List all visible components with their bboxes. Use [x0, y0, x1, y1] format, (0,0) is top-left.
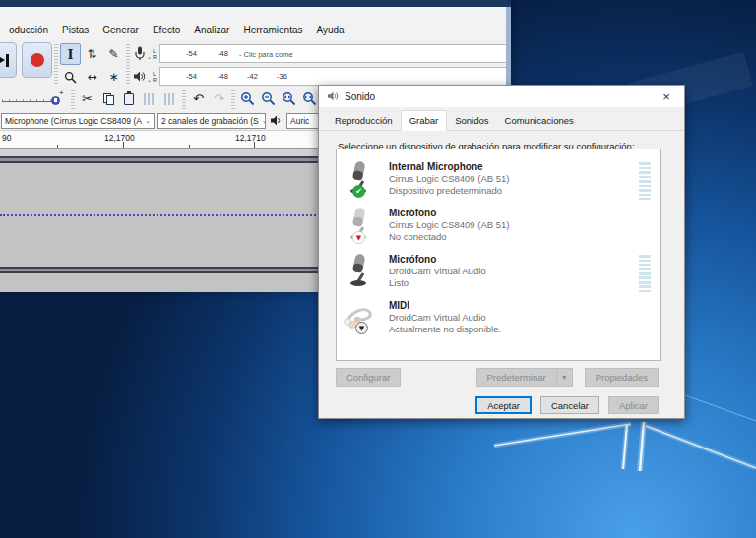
meter-scale-label: -54	[186, 49, 197, 58]
redo-button[interactable]: ↷	[209, 89, 229, 110]
dialog-title: Sonido	[345, 91, 657, 102]
menu-analizar[interactable]: Analizar	[187, 23, 236, 37]
copy-button[interactable]	[97, 89, 118, 110]
ok-button[interactable]: Aceptar	[475, 396, 532, 414]
undo-icon: ↶	[193, 91, 204, 106]
copy-icon	[103, 93, 113, 105]
device-name: Micrófono	[389, 254, 486, 266]
zoom-fit-icon	[302, 91, 317, 106]
zoom-out-button[interactable]	[258, 89, 279, 110]
chevron-down-icon: ⌄	[262, 117, 266, 125]
silence-icon	[164, 93, 176, 105]
microphone-device-icon: ✔	[344, 160, 379, 198]
tab-reproduccion[interactable]: Reproducción	[327, 111, 401, 130]
microphone-device-icon: ▼	[344, 207, 379, 244]
device-level-meter	[639, 162, 651, 200]
record-icon	[31, 53, 44, 67]
menu-efecto[interactable]: Efecto	[146, 23, 187, 37]
record-button[interactable]	[22, 42, 52, 78]
meter-scale-label: -48	[218, 72, 228, 81]
toolbar-grip[interactable]	[71, 90, 75, 110]
zoom-out-icon	[261, 91, 276, 106]
cancel-button[interactable]: Cancelar	[540, 396, 599, 414]
selection-tool-button[interactable]: I	[60, 43, 81, 65]
midi-cable-icon: ▼	[344, 299, 379, 336]
set-default-button[interactable]: Predeterminar	[476, 368, 557, 387]
ruler-label: 12,1710	[235, 133, 266, 143]
device-row-microfono-cirrus[interactable]: ▼ Micrófono Cirrus Logic CS8409 (AB 51) …	[337, 207, 660, 253]
zoom-in-icon	[240, 91, 255, 106]
zoom-tool-button[interactable]	[60, 66, 81, 88]
tab-grabar[interactable]: Grabar	[401, 110, 448, 131]
menu-reproduccion-partial[interactable]: oducción	[2, 23, 55, 37]
silence-audio-button[interactable]	[159, 89, 180, 110]
draw-tool-icon: ✎	[108, 47, 118, 61]
apply-button[interactable]: Aplicar	[608, 396, 659, 414]
scissors-icon: ✂	[82, 91, 93, 106]
selection-tool-icon: I	[67, 47, 73, 62]
device-row-internal-microphone[interactable]: ✔ Internal Microphone Cirrus Logic CS840…	[337, 160, 660, 207]
transport-toolbar	[0, 42, 52, 78]
tools-toolbar: I ⇅ ✎ ↔ ∗	[60, 43, 124, 88]
paste-button[interactable]	[118, 89, 139, 110]
zoom-to-selection-button[interactable]	[279, 89, 299, 110]
toolbar-grip[interactable]	[231, 90, 235, 110]
toolbar-grip[interactable]	[182, 90, 186, 110]
close-button[interactable]: ×	[657, 90, 676, 104]
skip-to-end-button[interactable]	[0, 42, 17, 78]
menu-herramientas[interactable]: Herramientas	[236, 23, 309, 37]
audacity-menubar: oducción Pistas Generar Efecto Analizar …	[0, 7, 511, 40]
playback-meter[interactable]: ⌄ L R -54 -48 -42 -36	[132, 66, 511, 87]
set-default-split-arrow[interactable]: ▼	[557, 368, 573, 387]
device-status: No conectado	[389, 231, 510, 243]
recording-device-list[interactable]: ✔ Internal Microphone Cirrus Logic CS840…	[336, 149, 661, 361]
slider-plus-label: +	[59, 89, 64, 97]
device-row-microfono-droidcam[interactable]: Micrófono DroidCam Virtual Audio Listo	[337, 253, 660, 299]
unavailable-icon: ▼	[355, 322, 368, 334]
menu-pistas[interactable]: Pistas	[55, 23, 95, 37]
disconnected-icon: ▼	[352, 231, 365, 244]
trim-icon	[144, 93, 156, 105]
device-detail: Cirrus Logic CS8409 (AB 51)	[389, 173, 510, 185]
multi-tool-button[interactable]: ∗	[103, 66, 124, 88]
recording-meter[interactable]: ⌄ L R -54 -48 - Clic para come	[132, 43, 511, 64]
dialog-tabs: Reproducción Grabar Sonidos Comunicacion…	[319, 107, 684, 131]
dialog-titlebar[interactable]: Sonido ×	[319, 86, 684, 107]
meter-dropdown-icon[interactable]: ⌄	[147, 53, 152, 60]
slider-thumb[interactable]	[51, 96, 60, 105]
toolbar-grip[interactable]	[126, 44, 130, 84]
device-name: Internal Microphone	[389, 161, 510, 173]
meter-dropdown-icon[interactable]: ⌄	[147, 76, 152, 83]
recording-meter-bar[interactable]: -54 -48 - Clic para come	[159, 44, 511, 63]
recording-volume-slider[interactable]: +	[0, 90, 69, 109]
toolbar-grip[interactable]	[54, 44, 58, 84]
zoom-in-button[interactable]	[237, 89, 258, 110]
tab-comunicaciones[interactable]: Comunicaciones	[497, 111, 582, 130]
microphone-icon	[132, 46, 147, 61]
meter-scale-label: -42	[247, 72, 258, 81]
device-level-meter	[639, 255, 651, 292]
envelope-tool-button[interactable]: ⇅	[82, 43, 102, 65]
speaker-icon	[132, 70, 147, 83]
zoom-tool-icon	[64, 71, 77, 84]
zoom-fit-button[interactable]	[299, 89, 320, 110]
properties-button[interactable]: Propiedades	[585, 368, 659, 387]
menu-ayuda[interactable]: Ayuda	[309, 23, 350, 37]
cut-button[interactable]: ✂	[77, 89, 97, 110]
device-detail: DroidCam Virtual Audio	[389, 312, 501, 324]
multi-tool-icon: ∗	[108, 70, 118, 84]
trim-audio-button[interactable]	[139, 89, 159, 110]
tab-sonidos[interactable]: Sonidos	[447, 111, 496, 130]
playback-meter-bar[interactable]: -54 -48 -42 -36	[159, 67, 511, 86]
ruler-label: 12,1700	[104, 133, 135, 143]
menu-generar[interactable]: Generar	[95, 23, 146, 37]
undo-button[interactable]: ↶	[188, 89, 209, 110]
input-device-dropdown[interactable]: Microphone (Cirrus Logic CS8409 (A ⌄	[1, 113, 155, 129]
configure-button[interactable]: Configurar	[336, 368, 401, 387]
zoom-selection-icon	[282, 91, 296, 106]
sound-dialog: Sonido × Reproducción Grabar Sonidos Com…	[318, 85, 685, 419]
device-row-midi[interactable]: ▼ MIDI DroidCam Virtual Audio Actualment…	[337, 299, 660, 345]
recording-channels-dropdown[interactable]: 2 canales de grabación (S ⌄	[158, 113, 266, 129]
draw-tool-button[interactable]: ✎	[103, 43, 124, 65]
timeshift-tool-button[interactable]: ↔	[82, 66, 102, 88]
